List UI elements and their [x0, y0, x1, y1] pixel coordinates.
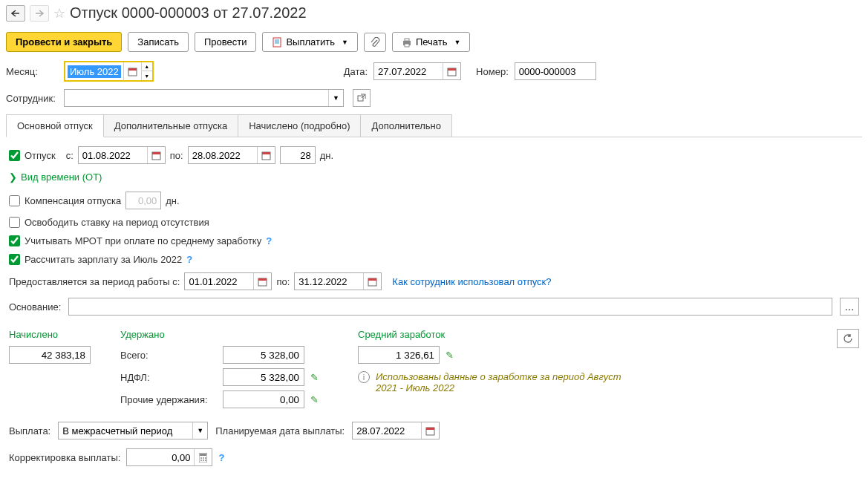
total-value[interactable] — [223, 346, 304, 364]
from-label: с: — [66, 150, 74, 161]
post-and-close-button[interactable]: Провести и закрыть — [6, 32, 122, 52]
svg-rect-13 — [152, 152, 160, 154]
svg-point-25 — [203, 457, 204, 459]
svg-rect-5 — [405, 39, 409, 41]
period-to-calendar[interactable] — [363, 273, 381, 290]
calendar-icon — [425, 426, 435, 436]
print-button[interactable]: Печать ▼ — [392, 32, 471, 52]
svg-rect-11 — [358, 96, 363, 101]
document-date-input[interactable] — [373, 62, 461, 80]
svg-point-27 — [200, 460, 202, 461]
post-button[interactable]: Провести — [195, 32, 257, 52]
svg-rect-21 — [426, 428, 434, 430]
chevron-down-icon: ▼ — [454, 39, 460, 46]
date-calendar-button[interactable] — [443, 63, 460, 79]
help-icon[interactable]: ? — [266, 235, 272, 246]
help-icon[interactable]: ? — [218, 452, 224, 463]
to-calendar-button[interactable] — [257, 147, 275, 163]
info-text: Использованы данные о заработке за перио… — [376, 371, 640, 393]
svg-rect-19 — [368, 278, 376, 281]
chevron-down-icon: ▼ — [342, 39, 348, 46]
calendar-icon — [258, 277, 267, 287]
planned-date-calendar[interactable] — [421, 422, 439, 439]
compensation-unit: дн. — [166, 195, 179, 206]
pencil-icon[interactable]: ✎ — [310, 372, 328, 383]
from-calendar-button[interactable] — [147, 147, 165, 163]
correction-label: Корректировка выплаты: — [9, 452, 120, 463]
calendar-icon — [447, 67, 457, 76]
correction-calc-button[interactable] — [194, 449, 212, 465]
vacation-checkbox[interactable] — [9, 150, 20, 161]
chevron-right-icon: ❯ — [9, 171, 17, 183]
reason-input[interactable] — [68, 298, 832, 316]
svg-point-28 — [203, 460, 204, 461]
period-label: Предоставляется за период работы с: — [9, 276, 180, 287]
release-rate-label: Освободить ставку на период отсутствия — [25, 217, 209, 228]
employee-open-button[interactable] — [353, 89, 371, 107]
arrow-right-icon — [35, 10, 44, 17]
tab-main-vacation[interactable]: Основной отпуск — [6, 114, 104, 137]
refresh-icon — [843, 333, 853, 344]
svg-rect-0 — [273, 38, 281, 47]
date-label: Дата: — [344, 66, 368, 77]
pay-button[interactable]: Выплатить ▼ — [262, 32, 357, 52]
pencil-icon[interactable]: ✎ — [446, 350, 454, 361]
vacation-usage-link[interactable]: Как сотрудник использовал отпуск? — [392, 276, 551, 287]
payment-combo[interactable]: ▼ — [58, 422, 208, 439]
period-from-calendar[interactable] — [253, 273, 271, 290]
info-icon: i — [358, 371, 370, 383]
vacation-to-input[interactable] — [188, 146, 275, 164]
time-type-expand[interactable]: ❯ Вид времени (ОТ) — [9, 171, 859, 183]
release-rate-checkbox[interactable] — [9, 217, 20, 228]
nav-forward-button[interactable] — [30, 5, 49, 22]
compensation-label: Компенсация отпуска — [25, 195, 121, 206]
reason-ellipsis-button[interactable]: … — [840, 298, 859, 316]
accrued-value[interactable] — [9, 346, 91, 364]
calendar-icon — [368, 277, 377, 287]
svg-rect-17 — [258, 278, 267, 281]
deducted-label: Удержано — [120, 329, 328, 340]
month-input[interactable]: Июль 2022 ▲ ▼ — [64, 61, 154, 82]
spinner-down[interactable]: ▼ — [142, 71, 152, 80]
help-icon[interactable]: ? — [186, 254, 192, 265]
vacation-label: Отпуск — [25, 150, 56, 161]
tab-additional-vacations[interactable]: Дополнительные отпуска — [103, 114, 239, 137]
calc-salary-checkbox[interactable] — [9, 254, 20, 265]
month-calendar-button[interactable] — [123, 62, 141, 80]
avg-earnings-value[interactable] — [358, 346, 440, 364]
printer-icon — [402, 37, 412, 48]
document-number-input[interactable] — [515, 62, 596, 80]
employee-combo[interactable]: ▼ — [64, 89, 344, 107]
vacation-from-input[interactable] — [78, 146, 166, 164]
favorite-star-icon[interactable]: ☆ — [53, 5, 65, 22]
avg-earnings-label: Средний заработок — [358, 329, 640, 340]
correction-input-wrap[interactable] — [126, 448, 212, 466]
pencil-icon[interactable]: ✎ — [310, 394, 328, 405]
compensation-input[interactable] — [125, 192, 161, 209]
compensation-checkbox[interactable] — [9, 195, 20, 206]
arrow-left-icon — [11, 10, 20, 17]
calculator-icon — [199, 453, 207, 463]
mrot-checkbox[interactable] — [9, 235, 20, 246]
other-deductions-value[interactable] — [223, 390, 304, 408]
planned-date-label: Планируемая дата выплаты: — [215, 425, 345, 437]
days-unit: дн. — [320, 150, 333, 161]
month-spinner[interactable]: ▲ ▼ — [141, 62, 152, 80]
correction-input[interactable] — [127, 449, 194, 465]
planned-date-input[interactable] — [352, 422, 440, 439]
open-external-icon — [357, 94, 366, 102]
write-button[interactable]: Записать — [128, 32, 189, 52]
combo-dropdown[interactable]: ▼ — [192, 422, 207, 439]
spinner-up[interactable]: ▲ — [142, 62, 152, 71]
total-label: Всего: — [120, 350, 217, 361]
combo-dropdown[interactable]: ▼ — [328, 90, 343, 106]
period-to-input[interactable] — [294, 272, 382, 290]
days-input[interactable] — [280, 146, 316, 164]
refresh-button[interactable] — [837, 329, 859, 348]
attach-button[interactable] — [364, 33, 386, 52]
nav-back-button[interactable] — [6, 5, 25, 22]
tab-additional[interactable]: Дополнительно — [360, 114, 452, 137]
ndfl-value[interactable] — [223, 368, 304, 386]
period-from-input[interactable] — [184, 272, 272, 290]
tab-accrued-details[interactable]: Начислено (подробно) — [238, 114, 361, 137]
